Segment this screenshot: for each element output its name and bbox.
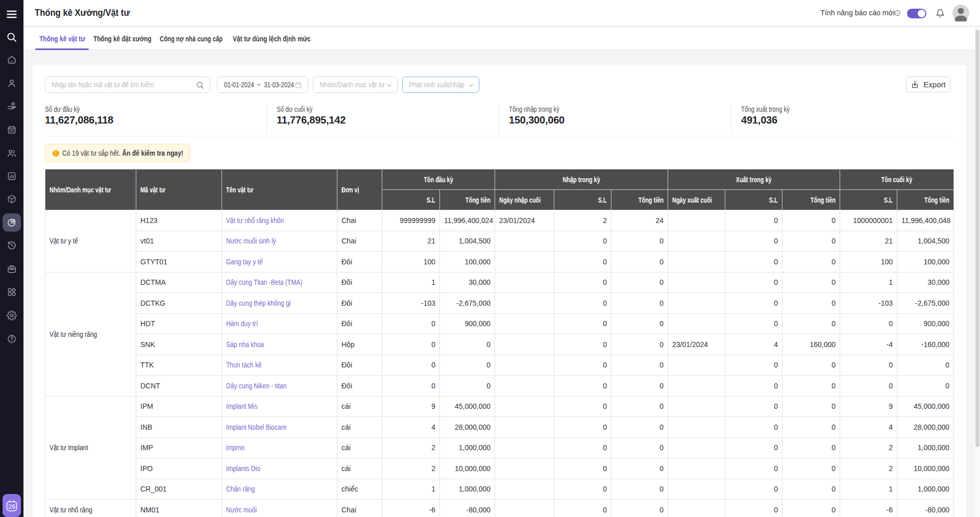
svg-text:26: 26 xyxy=(8,502,15,510)
